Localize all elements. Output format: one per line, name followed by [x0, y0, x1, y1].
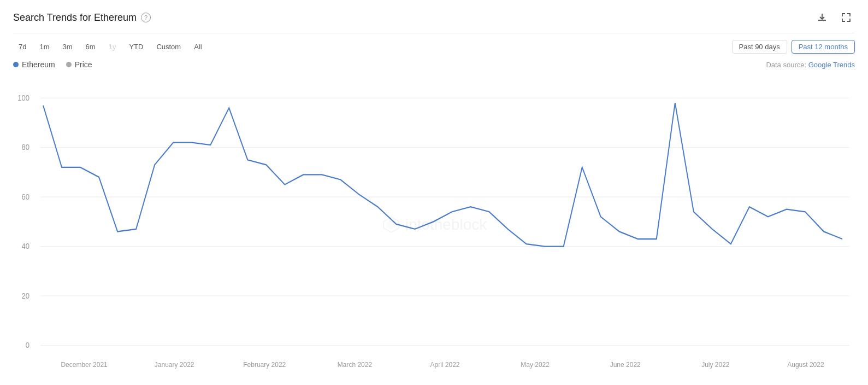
svg-text:August 2022: August 2022 — [787, 360, 824, 369]
download-button[interactable] — [813, 9, 831, 26]
svg-text:April 2022: April 2022 — [430, 360, 460, 369]
fullscreen-button[interactable] — [837, 9, 855, 26]
chart-area: intotheblock 100 80 60 40 20 0 December … — [13, 73, 855, 376]
header-left: Search Trends for Ethereum ? — [13, 12, 151, 24]
svg-text:March 2022: March 2022 — [338, 360, 372, 369]
filter-ytd[interactable]: YTD — [123, 40, 149, 53]
header-actions — [813, 9, 855, 26]
help-icon[interactable]: ? — [141, 13, 151, 22]
filter-6m[interactable]: 6m — [80, 40, 101, 53]
svg-text:June 2022: June 2022 — [610, 360, 641, 369]
svg-text:100: 100 — [17, 93, 29, 102]
svg-text:20: 20 — [22, 291, 30, 300]
price-dot — [66, 62, 72, 67]
page-container: Search Trends for Ethereum ? 7d 1m 3m 6m — [0, 0, 868, 385]
page-title: Search Trends for Ethereum — [13, 12, 137, 24]
filter-all[interactable]: All — [188, 40, 207, 53]
line-chart: 100 80 60 40 20 0 December 2021 January … — [13, 73, 855, 376]
filter-1y: 1y — [103, 40, 122, 53]
data-source: Data source: Google Trends — [766, 61, 855, 69]
legend-ethereum: Ethereum — [13, 60, 55, 69]
filter-1m[interactable]: 1m — [34, 40, 55, 53]
legend: Ethereum Price — [13, 60, 92, 69]
period-past90[interactable]: Past 90 days — [732, 40, 787, 54]
svg-text:40: 40 — [22, 241, 30, 250]
header: Search Trends for Ethereum ? — [13, 9, 855, 33]
svg-text:December 2021: December 2021 — [61, 360, 107, 369]
svg-text:60: 60 — [22, 192, 30, 201]
ethereum-dot — [13, 62, 19, 67]
svg-text:May 2022: May 2022 — [521, 360, 550, 369]
period-past12[interactable]: Past 12 months — [792, 40, 855, 54]
google-trends-link[interactable]: Google Trends — [808, 61, 855, 69]
svg-text:January 2022: January 2022 — [155, 360, 194, 369]
ethereum-line — [43, 103, 842, 246]
svg-text:February 2022: February 2022 — [243, 360, 286, 369]
svg-text:July 2022: July 2022 — [701, 360, 729, 369]
legend-ethereum-label: Ethereum — [22, 60, 55, 69]
filter-3m[interactable]: 3m — [57, 40, 78, 53]
time-filters: 7d 1m 3m 6m 1y YTD Custom All — [13, 40, 208, 53]
legend-price-label: Price — [75, 60, 92, 69]
svg-text:80: 80 — [22, 142, 30, 151]
period-filters: Past 90 days Past 12 months — [732, 40, 855, 54]
legend-price: Price — [66, 60, 92, 69]
legend-row: Ethereum Price Data source: Google Trend… — [13, 58, 855, 73]
toolbar: 7d 1m 3m 6m 1y YTD Custom All Past 90 da… — [13, 33, 855, 58]
filter-custom[interactable]: Custom — [151, 40, 186, 53]
filter-7d[interactable]: 7d — [13, 40, 32, 53]
svg-text:0: 0 — [26, 340, 29, 349]
